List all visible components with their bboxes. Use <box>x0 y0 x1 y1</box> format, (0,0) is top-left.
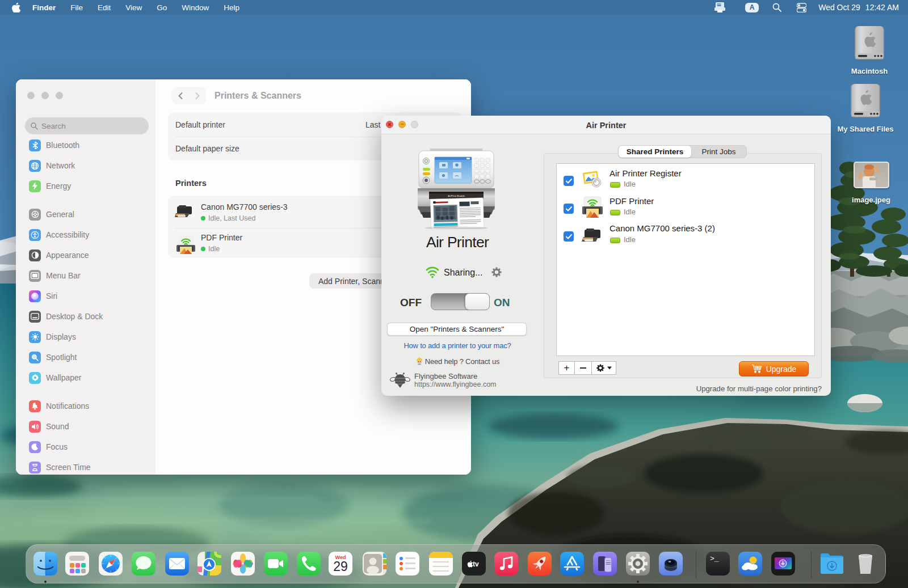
svg-text:AirPrint Enable: AirPrint Enable <box>448 194 465 197</box>
svg-text:tv: tv <box>473 560 479 568</box>
